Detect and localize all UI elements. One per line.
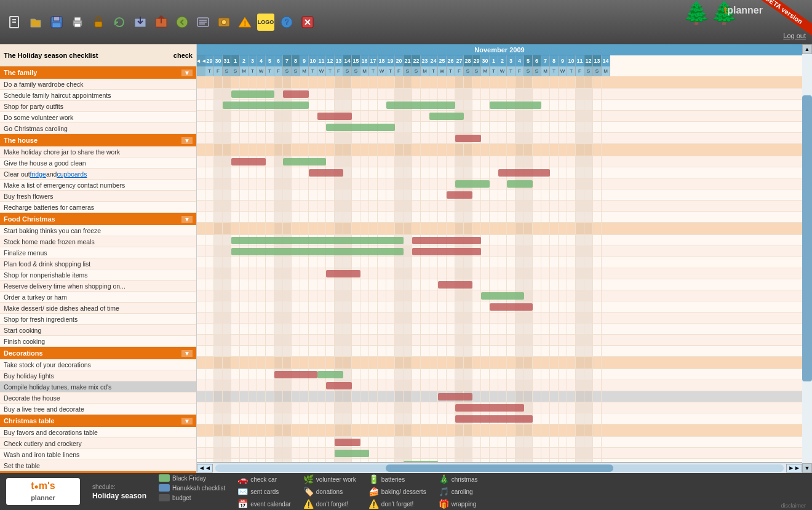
collapse-christmas-table[interactable]: ▼: [181, 418, 193, 424]
gantt-bar[interactable]: [455, 404, 524, 412]
gantt-cell: [472, 290, 481, 301]
collapse-food[interactable]: ▼: [181, 216, 193, 223]
h-scrollbar-thumb[interactable]: [386, 464, 613, 472]
gantt-cell: [421, 268, 429, 279]
list-icon[interactable]: [194, 14, 212, 31]
bottom-scrollbar[interactable]: ◄◄ ►►: [197, 462, 802, 473]
gantt-task-row: [197, 391, 802, 402]
help-icon[interactable]: ?: [278, 14, 295, 31]
gantt-bar[interactable]: [438, 393, 472, 400]
scroll-right[interactable]: ►►: [786, 464, 802, 472]
gantt-cell: [498, 212, 507, 222]
gantt-cell: [533, 111, 541, 121]
gantt-bar[interactable]: [412, 237, 481, 244]
gantt-cell: [464, 459, 472, 462]
scroll-left[interactable]: ◄◄: [197, 464, 213, 472]
gantt-bar[interactable]: [231, 158, 266, 165]
gantt-bar[interactable]: [404, 461, 438, 462]
gantt-bar[interactable]: [498, 169, 550, 177]
gantt-cell: [455, 212, 464, 222]
gantt-cell: [326, 391, 335, 402]
import-icon[interactable]: [153, 14, 170, 31]
lock-icon[interactable]: [90, 14, 107, 31]
open-icon[interactable]: [27, 14, 44, 31]
gantt-bar[interactable]: [481, 292, 524, 300]
gantt-cell: [498, 189, 507, 200]
publish-icon[interactable]: [215, 14, 233, 31]
gantt-bar[interactable]: [309, 169, 343, 177]
v-scrollbar-track[interactable]: [802, 54, 812, 463]
gantt-cell: [576, 357, 584, 369]
gantt-cell: [472, 189, 481, 200]
gantt-bar[interactable]: [412, 248, 481, 255]
refresh-icon[interactable]: [111, 14, 128, 31]
gantt-bar[interactable]: [223, 102, 309, 109]
gantt-bar[interactable]: [231, 248, 404, 255]
logout-button[interactable]: Log out: [783, 32, 806, 39]
gantt-cell: [464, 324, 472, 334]
gantt-cell: [205, 144, 214, 156]
h-scrollbar-track[interactable]: [215, 464, 784, 472]
print-icon[interactable]: [69, 14, 86, 31]
gantt-bar[interactable]: [490, 102, 541, 109]
v-scrollbar-thumb[interactable]: [802, 95, 812, 382]
gantt-cell: [567, 144, 576, 156]
gantt-cell: [317, 301, 326, 312]
gantt-bar[interactable]: [438, 281, 472, 289]
gantt-bar[interactable]: [455, 135, 481, 142]
gantt-cell: [447, 257, 455, 268]
gantt-cell: [515, 380, 524, 391]
gantt-bar[interactable]: [317, 113, 352, 120]
gantt-cell: [223, 76, 231, 88]
gantt-cell: [490, 391, 498, 402]
gantt-bar[interactable]: [429, 113, 464, 120]
new-icon[interactable]: [6, 14, 23, 31]
gantt-bar[interactable]: [274, 371, 317, 378]
collapse-house[interactable]: ▼: [181, 137, 193, 144]
collapse-decorations[interactable]: ▼: [181, 350, 193, 357]
gantt-bar[interactable]: [447, 191, 472, 199]
nav-left[interactable]: ◄◄: [197, 55, 205, 66]
back-icon[interactable]: [173, 14, 191, 31]
gantt-bar[interactable]: [283, 90, 309, 98]
gantt-bar[interactable]: [490, 303, 533, 311]
gantt-cell: [490, 111, 498, 121]
gantt-cell: [559, 413, 567, 424]
warning-icon[interactable]: !: [236, 14, 253, 31]
gantt-cell: [481, 380, 490, 391]
gantt-cell: [205, 313, 214, 323]
close-icon[interactable]: [299, 14, 316, 31]
gantt-bar[interactable]: [326, 270, 360, 277]
gantt-cell: [335, 100, 343, 110]
gantt-cell: [360, 257, 369, 268]
gantt-cell: [472, 279, 481, 290]
gantt-bar[interactable]: [335, 439, 360, 446]
export-icon[interactable]: [132, 14, 149, 31]
gantt-bar[interactable]: [335, 450, 369, 457]
gantt-cell: [317, 413, 326, 424]
gantt-cell: [550, 178, 559, 189]
gantt-bar[interactable]: [317, 371, 343, 378]
gantt-bar[interactable]: [283, 158, 326, 165]
gantt-bar[interactable]: [326, 382, 352, 389]
gantt-cell: [533, 301, 541, 312]
v-scroll-up[interactable]: ▲: [802, 44, 812, 54]
save-icon[interactable]: [48, 14, 65, 31]
gantt-cell: [429, 268, 438, 279]
gantt-cell: [231, 448, 240, 458]
gantt-bar[interactable]: [231, 237, 404, 244]
task-row: Set the table: [0, 460, 196, 471]
logo-icon[interactable]: LOGO: [257, 14, 274, 31]
gantt-bar[interactable]: [326, 124, 395, 131]
gantt-bar[interactable]: [231, 90, 274, 98]
gantt-bar[interactable]: [455, 180, 490, 188]
gantt-cell: [507, 111, 515, 121]
v-scroll-down[interactable]: ▼: [802, 463, 812, 473]
gantt-cell: [584, 313, 593, 323]
collapse-family[interactable]: ▼: [181, 70, 193, 76]
gantt-cell: [266, 201, 274, 211]
gantt-bar[interactable]: [455, 415, 533, 423]
gantt-bar[interactable]: [507, 180, 533, 188]
gantt-bar[interactable]: [386, 102, 455, 109]
gantt-cell: [524, 111, 533, 121]
